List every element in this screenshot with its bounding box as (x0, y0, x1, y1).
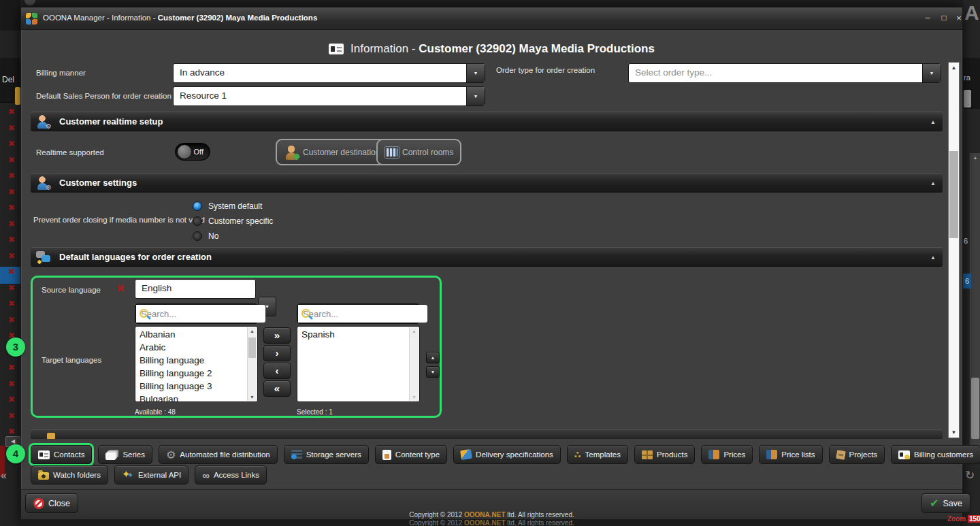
radio-customer-specific[interactable]: Customer specific (193, 216, 273, 227)
tab-label: Watch folders (53, 471, 101, 479)
billing-manner-select[interactable]: In advance (173, 63, 485, 83)
sales-person-select[interactable]: Resource 1 (173, 86, 485, 106)
move-up-button[interactable]: ▲ (426, 352, 440, 363)
dialog-titlebar[interactable]: OOONA Manager - Information - Customer (… (21, 7, 962, 30)
clear-source-language-icon[interactable]: ✖ (116, 282, 125, 295)
scroll-down-icon[interactable]: ▼ (248, 395, 257, 399)
tab-price-lists[interactable]: Price lists (759, 445, 822, 464)
realtime-supported-label: Realtime supported (36, 148, 104, 157)
move-all-right-button[interactable]: » (263, 327, 291, 344)
delete-row-icon (8, 185, 19, 196)
background-row-number-selected: 6 (963, 274, 971, 289)
billing-customers-icon (898, 450, 910, 459)
order-type-select[interactable]: Select order type... (628, 63, 941, 83)
radio-icon[interactable] (193, 231, 202, 241)
minimize-button[interactable]: – (921, 12, 934, 24)
radio-icon[interactable] (193, 216, 202, 226)
tab-billing-customers[interactable]: Billing customers (891, 445, 980, 464)
background-scrollbar[interactable]: ▲ ▼ (969, 153, 980, 456)
list-item[interactable]: Albanian (135, 328, 247, 341)
maximize-button[interactable]: □ (937, 12, 951, 24)
scroll-up-icon[interactable]: ▲ (949, 65, 959, 71)
list-item[interactable]: Bulgarian (135, 393, 247, 402)
available-search-input[interactable] (136, 305, 265, 323)
tab-watch-folders[interactable]: Watch folders (31, 465, 108, 484)
move-right-button[interactable]: › (263, 345, 291, 361)
available-languages-list[interactable]: Albanian Arabic Billing language Billing… (135, 326, 258, 402)
list-item[interactable]: Billing language 3 (135, 380, 247, 393)
dialog-header: Information - Customer (32902) Maya Medi… (21, 40, 962, 58)
scroll-up-icon[interactable]: ▲ (248, 329, 257, 333)
close-button[interactable]: Close (25, 493, 78, 513)
background-right-text: ra (964, 73, 970, 82)
background-logo-fragment (24, 0, 35, 5)
realtime-supported-toggle[interactable]: Off (175, 143, 210, 161)
partial-section-bar (31, 429, 943, 439)
selected-list-scrollbar[interactable]: ▲ ▼ (409, 327, 419, 401)
series-icon (105, 453, 116, 460)
scrollbar-thumb[interactable] (949, 151, 958, 238)
billing-manner-dropdown-icon[interactable] (466, 64, 485, 82)
scroll-up-icon[interactable]: ▲ (410, 329, 419, 333)
control-rooms-button[interactable]: Control rooms (376, 139, 461, 165)
tab-access-links[interactable]: Access Links (195, 465, 267, 484)
ooona-logo-icon (26, 13, 37, 24)
scroll-up-icon[interactable]: ▲ (970, 155, 980, 160)
toggle-knob (178, 145, 191, 159)
move-down-button[interactable]: ▼ (426, 366, 440, 378)
radio-system-default[interactable]: System default (193, 201, 262, 212)
list-item[interactable]: Arabic (135, 341, 247, 354)
tab-automated-file-distribution[interactable]: Automated file distribution (159, 445, 278, 464)
tab-prices[interactable]: Prices (701, 445, 753, 464)
collapse-arrow-icon[interactable] (930, 180, 936, 186)
collapse-arrow-icon[interactable] (930, 254, 936, 261)
content-scrollbar[interactable]: ▲ ▼ (948, 62, 960, 438)
selected-search-input[interactable] (298, 305, 427, 323)
section-icon-fragment (47, 433, 55, 439)
tab-label: External API (138, 471, 181, 479)
scroll-down-icon[interactable]: ▼ (410, 395, 419, 399)
scrollbar-thumb[interactable] (971, 378, 979, 439)
customer-destinations-button[interactable]: Customer destinations (276, 139, 392, 165)
access-links-icon (202, 470, 210, 481)
move-left-button[interactable]: ‹ (263, 363, 291, 379)
tab-delivery-specifications[interactable]: Delivery specifications (453, 445, 561, 464)
background-button-fragment (964, 90, 971, 108)
tab-products[interactable]: Products (634, 445, 695, 464)
scrollbar-thumb[interactable] (248, 338, 256, 358)
tab-contacts[interactable]: Contacts (31, 445, 92, 464)
order-type-dropdown-icon[interactable] (922, 64, 941, 82)
section-customer-settings: Customer settings (31, 173, 943, 193)
refresh-icon[interactable]: ↻ (965, 468, 975, 482)
close-window-button[interactable]: × (952, 12, 966, 24)
tab-templates[interactable]: Templates (567, 445, 628, 464)
window-title: OOONA Manager - Information - Customer (… (43, 14, 317, 22)
copyright-brand: OOONA.NET (464, 519, 506, 526)
list-item[interactable]: Spanish (297, 328, 409, 341)
delete-row-icon (8, 377, 19, 388)
list-item[interactable]: Billing language (135, 354, 247, 367)
delete-row-icon (8, 409, 19, 420)
copyright-brand: OOONA.NET (464, 511, 506, 519)
save-button[interactable]: Save (921, 493, 970, 513)
tab-external-api[interactable]: External API (114, 465, 189, 484)
copyright-prefix: Copyright © 2012 (409, 519, 464, 526)
tab-projects[interactable]: Projects (829, 445, 885, 464)
collapse-arrow-icon[interactable] (930, 119, 936, 125)
selected-languages-list[interactable]: Spanish ▲ ▼ (297, 326, 420, 402)
source-language-select[interactable]: English (135, 279, 256, 299)
copyright-line-dim: Copyright © 2012 OOONA.NET ltd. All righ… (21, 519, 962, 526)
tab-label: Contacts (54, 450, 84, 459)
list-item[interactable]: Billing language 2 (135, 367, 247, 380)
radio-no[interactable]: No (193, 231, 218, 242)
tab-storage-servers[interactable]: Storage servers (284, 445, 369, 464)
scroll-down-icon[interactable]: ▼ (949, 429, 959, 435)
zoom-value: 150% (968, 515, 980, 523)
available-list-scrollbar[interactable]: ▲ ▼ (247, 327, 257, 401)
tab-series[interactable]: Series (98, 445, 152, 464)
move-all-left-button[interactable]: « (263, 380, 291, 397)
prevent-order-closing-label: Prevent order closing if media number is… (33, 216, 205, 224)
radio-selected-icon[interactable] (193, 201, 202, 211)
sales-person-dropdown-icon[interactable] (466, 87, 485, 105)
tab-content-type[interactable]: Content type (375, 445, 447, 464)
